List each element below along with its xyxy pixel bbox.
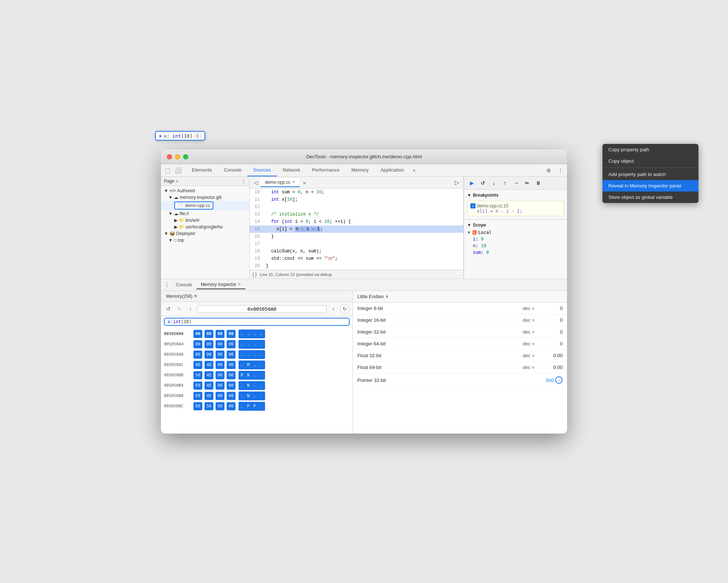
tab-console[interactable]: Console: [218, 164, 247, 176]
bottom-tab-console[interactable]: Console: [171, 281, 196, 289]
scope-chevron: ▼: [467, 222, 471, 228]
endian-selector[interactable]: Little Endian ∨: [357, 294, 388, 299]
memory-tab-close[interactable]: ✕: [194, 294, 197, 299]
menu-dots-icon[interactable]: ⋮: [555, 165, 566, 176]
source-panel: ◁ demo-cpp.cc ✕ » ▷ 10 int sum = 0, n = …: [250, 177, 464, 279]
memory-address-input[interactable]: [197, 305, 327, 313]
memory-256-tab[interactable]: Memory(256) ✕: [162, 292, 201, 300]
settings-icon[interactable]: ⚙: [543, 165, 554, 176]
tab-performance[interactable]: Performance: [306, 164, 345, 176]
bp-code: x[i] = n - i - 1;: [477, 208, 561, 214]
format-chevron-int32: ∨: [532, 330, 535, 334]
tree-item-usr[interactable]: ▶ 📁 usr/local/google/ho: [161, 224, 249, 230]
bottom-dots-menu[interactable]: ⋮: [162, 280, 171, 289]
tree-item-memory-inspector[interactable]: ▼ ☁ memory-inspector.glit: [161, 194, 249, 201]
format-icon[interactable]: { }: [253, 272, 257, 277]
memory-back-btn[interactable]: ↺: [164, 304, 173, 313]
tab-sources[interactable]: Sources: [247, 164, 277, 176]
mem-addr-4: 005050B0: [164, 371, 193, 379]
local-badge: L: [473, 230, 477, 235]
breakpoints-header: ▼ Breakpoints: [467, 191, 564, 199]
format-int64[interactable]: dec ∨: [523, 341, 535, 346]
pointer-value[interactable]: 0x0 →: [546, 376, 563, 384]
file-panel-more[interactable]: »: [176, 179, 178, 184]
inspect-icon[interactable]: ⬚: [162, 165, 173, 176]
mem-bytes-1: 00 00 00 00: [193, 340, 236, 348]
toolbar-right: ⚙ ⋮: [543, 165, 566, 176]
tab-memory[interactable]: Memory: [346, 164, 375, 176]
file-panel: Page » ⋮ ▼ </> Authored ▼ ☁ memory-inspe…: [161, 177, 250, 279]
source-tab-demo-cpp[interactable]: demo-cpp.cc ✕: [261, 178, 300, 187]
source-tab-more[interactable]: »: [300, 178, 309, 187]
breakpoints-title: Breakpoints: [473, 193, 498, 198]
format-chevron-int64: ∨: [532, 342, 535, 346]
value-int64: 0: [540, 341, 563, 346]
minimize-button[interactable]: [175, 154, 180, 159]
x-variable-badge[interactable]: x : int [10]: [164, 318, 350, 326]
x-kw: x: [168, 319, 170, 324]
debug-toolbar: ▶ ↺ ↓ ↑ → ✏ ⏸: [464, 177, 567, 190]
source-code: 10 int sum = 0, n = 10; 11 int x[10]; 12…: [250, 189, 463, 270]
debug-step-over[interactable]: ↓: [489, 178, 499, 188]
source-run-icon[interactable]: ▷: [452, 178, 462, 187]
local-label: Local: [478, 230, 491, 235]
debug-play[interactable]: ▶: [467, 178, 477, 188]
bp-checkbox[interactable]: ✓: [470, 203, 475, 208]
tree-item-demo-cpp[interactable]: 📄 demo-cpp.cc: [161, 201, 249, 210]
tree-item-authored[interactable]: ▼ </> Authored: [161, 187, 249, 194]
memory-inspector-close[interactable]: ✕: [238, 282, 241, 287]
source-tab-close[interactable]: ✕: [292, 180, 295, 184]
status-text: Line 15, Column 22 (provided via debug: [260, 272, 332, 277]
format-float64[interactable]: dec ∨: [523, 365, 535, 370]
data-rows: Integer 8-bit dec ∨ 0 Integer 16-bit dec: [353, 303, 567, 434]
tree-item-bsw[interactable]: ▶ 📁 b/s/w/ir: [161, 217, 249, 224]
close-button[interactable]: [167, 154, 172, 159]
mem-addr-2: 005050A8: [164, 351, 193, 359]
titlebar: DevTools - memory-inspector.glitch.me/de…: [161, 149, 567, 164]
format-int32[interactable]: dec ∨: [523, 329, 535, 335]
file-panel-title: Page: [164, 179, 174, 184]
device-icon[interactable]: ⬜: [173, 165, 183, 176]
debug-step-into[interactable]: ↑: [500, 178, 510, 188]
tree-authored-label: ▼ </> Authored: [164, 188, 195, 193]
file-panel-menu[interactable]: ⋮: [241, 178, 246, 184]
memory-row-6: 005050B8 E0 4E 00 00 . N . .: [161, 391, 353, 401]
debug-deactivate[interactable]: ✏: [522, 178, 532, 188]
main-tab-bar: ⬚ ⬜ Elements Console Sources Network Per…: [161, 164, 567, 177]
tree-item-top[interactable]: ▼ □ top: [161, 237, 249, 244]
tree-item-file[interactable]: ▼ ☁ file://: [161, 210, 249, 217]
debug-reload[interactable]: ↺: [478, 178, 488, 188]
memory-fwd-btn[interactable]: ↻: [175, 304, 184, 313]
bottom-tab-memory-inspector[interactable]: Memory Inspector ✕: [196, 280, 245, 289]
console-tab-label: Console: [176, 282, 192, 287]
format-float32[interactable]: dec ∨: [523, 353, 535, 358]
format-int16[interactable]: dec ∨: [523, 317, 535, 323]
code-line-11: 11 int x[10];: [250, 196, 463, 203]
tab-more[interactable]: »: [410, 165, 418, 176]
endian-chevron: ∨: [385, 294, 388, 299]
memory-refresh-btn[interactable]: ↻: [340, 304, 350, 314]
data-row-ptr32: Pointer 32-bit 0x0 →: [353, 373, 567, 387]
tab-network[interactable]: Network: [277, 164, 306, 176]
breakpoint-item[interactable]: ✓ demo-cpp.cc:15 x[i] = n - i - 1;: [467, 201, 564, 216]
debug-pause[interactable]: ⏸: [533, 178, 543, 188]
source-nav-back[interactable]: ◁: [251, 178, 261, 187]
memory-next-btn[interactable]: ›: [329, 304, 338, 313]
format-chevron-int8: ∨: [532, 306, 535, 310]
memory-prev-btn[interactable]: ‹: [186, 304, 195, 313]
mem-chars-5: . N . .: [238, 381, 265, 390]
source-tab-label: demo-cpp.cc: [265, 180, 291, 185]
data-row-int16: Integer 16-bit dec ∨ 0: [353, 314, 567, 326]
tab-application[interactable]: Application: [375, 164, 410, 176]
bp-file-label: demo-cpp.cc:15: [477, 203, 508, 208]
code-line-13: 13 /* initialize x */: [250, 211, 463, 218]
file-panel-header: Page » ⋮: [161, 177, 249, 186]
tree-item-deployed[interactable]: ▼ 📦 Deployed: [161, 230, 249, 237]
maximize-button[interactable]: [183, 154, 188, 159]
memory-grid: 005050A0 00 00 00 00 . . . . 005050A4: [161, 327, 353, 434]
pointer-link-icon[interactable]: →: [555, 376, 563, 384]
format-int8[interactable]: dec ∨: [523, 306, 535, 311]
mem-chars-0: . . . .: [238, 330, 265, 338]
debug-step-out[interactable]: →: [511, 178, 521, 188]
tab-elements[interactable]: Elements: [186, 164, 218, 176]
